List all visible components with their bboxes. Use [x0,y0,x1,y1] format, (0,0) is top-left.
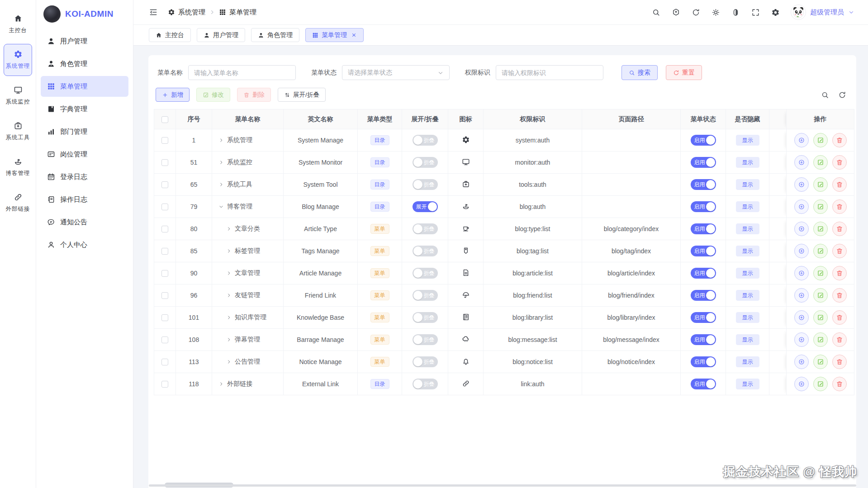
status-toggle[interactable]: 启用 [691,290,716,301]
row-edit-button[interactable] [813,377,828,391]
add-button[interactable]: 新增 [156,88,190,102]
status-toggle[interactable]: 启用 [691,223,716,234]
sidebar-item-bar-chart[interactable]: 部门管理 [41,121,128,142]
tab-user-tie[interactable]: 角色管理 [251,28,299,42]
row-edit-button[interactable] [813,310,828,325]
row-add-button[interactable] [794,355,809,369]
status-toggle[interactable]: 启用 [691,157,716,168]
row-add-button[interactable] [794,177,809,192]
theme-switch-button[interactable] [731,8,740,17]
rail-item-gear[interactable]: 系统管理 [4,44,32,76]
row-checkbox[interactable] [161,270,168,277]
chevron-right-icon[interactable] [218,381,224,387]
settings-button[interactable] [771,8,780,17]
row-edit-button[interactable] [813,199,828,214]
expand-toggle[interactable]: 折叠 [413,356,438,367]
status-toggle[interactable]: 启用 [691,201,716,212]
table-search-button[interactable] [821,91,829,99]
user-menu[interactable]: 超级管理员 [791,5,854,20]
row-delete-button[interactable] [832,222,847,236]
perm-input[interactable] [496,65,603,80]
row-add-button[interactable] [794,244,809,258]
row-add-button[interactable] [794,133,809,147]
row-delete-button[interactable] [832,310,847,325]
row-edit-button[interactable] [813,288,828,303]
row-checkbox[interactable] [161,292,168,299]
reset-button[interactable]: 重置 [666,65,702,80]
row-checkbox[interactable] [161,359,168,365]
refresh-button[interactable] [692,8,700,17]
edit-button[interactable]: 修改 [196,88,230,102]
row-edit-button[interactable] [813,244,828,258]
chevron-right-icon[interactable] [226,270,232,276]
chevron-down-icon[interactable] [218,204,224,209]
row-checkbox[interactable] [161,204,168,210]
row-checkbox[interactable] [161,137,168,144]
rail-item-monitor[interactable]: 系统监控 [4,80,32,112]
expand-toggle[interactable]: 折叠 [413,334,438,345]
expand-toggle[interactable]: 折叠 [413,312,438,323]
row-checkbox[interactable] [161,248,168,255]
row-add-button[interactable] [794,310,809,325]
rail-item-link[interactable]: 外部链接 [4,187,32,219]
select-all-checkbox[interactable] [161,116,168,123]
tab-user[interactable]: 用户管理 [197,28,245,42]
sidebar-item-grid[interactable]: 菜单管理 [41,76,128,97]
search-button[interactable] [652,8,660,17]
sidebar-item-calendar[interactable]: 登录日志 [41,166,128,187]
expand-toggle[interactable]: 折叠 [413,157,438,168]
expand-toggle[interactable]: 折叠 [413,135,438,146]
status-toggle[interactable]: 启用 [691,179,716,190]
row-delete-button[interactable] [832,244,847,258]
status-toggle[interactable]: 启用 [691,135,716,146]
row-add-button[interactable] [794,222,809,236]
chevron-right-icon[interactable] [218,137,224,143]
row-delete-button[interactable] [832,377,847,391]
row-edit-button[interactable] [813,177,828,192]
tab-home[interactable]: 主控台 [149,28,191,42]
breadcrumb-item[interactable]: 菜单管理 [219,8,256,17]
status-toggle[interactable]: 启用 [691,312,716,323]
sidebar-item-user[interactable]: 用户管理 [41,31,128,52]
chevron-right-icon[interactable] [218,182,224,187]
delete-button[interactable]: 删除 [237,88,271,102]
tab-grid[interactable]: 菜单管理 [305,28,364,42]
expand-toggle[interactable]: 折叠 [413,179,438,190]
row-edit-button[interactable] [813,332,828,347]
chevron-right-icon[interactable] [226,315,232,320]
rail-item-boat[interactable]: 博客管理 [4,151,32,183]
status-toggle[interactable]: 启用 [691,334,716,345]
row-add-button[interactable] [794,288,809,303]
expand-toggle[interactable]: 折叠 [413,379,438,389]
row-checkbox[interactable] [161,336,168,343]
row-delete-button[interactable] [832,288,847,303]
table-refresh-button[interactable] [838,91,846,99]
row-edit-button[interactable] [813,355,828,369]
sidebar-item-id-card[interactable]: 岗位管理 [41,144,128,165]
row-add-button[interactable] [794,155,809,170]
chevron-right-icon[interactable] [226,359,232,365]
row-delete-button[interactable] [832,199,847,214]
row-checkbox[interactable] [161,314,168,321]
row-checkbox[interactable] [161,381,168,388]
search-button[interactable]: 搜索 [621,65,658,80]
row-edit-button[interactable] [813,155,828,170]
row-add-button[interactable] [794,199,809,214]
row-edit-button[interactable] [813,133,828,147]
chevron-right-icon[interactable] [226,226,232,232]
rail-item-toolbox[interactable]: 系统工具 [4,115,32,147]
row-edit-button[interactable] [813,222,828,236]
row-delete-button[interactable] [832,133,847,147]
sidebar-item-book[interactable]: 字典管理 [41,99,128,119]
horizontal-scrollbar-track[interactable] [149,484,856,487]
fullscreen-button[interactable] [751,8,760,17]
row-checkbox[interactable] [161,226,168,232]
expand-toggle[interactable]: 折叠 [413,290,438,301]
menu-name-input[interactable] [188,65,296,80]
sidebar-item-person[interactable]: 个人中心 [41,234,128,255]
chevron-right-icon[interactable] [226,293,232,298]
expand-toggle[interactable]: 折叠 [413,223,438,234]
row-delete-button[interactable] [832,155,847,170]
chevron-right-icon[interactable] [226,337,232,342]
collapse-sidebar-button[interactable] [149,8,158,17]
